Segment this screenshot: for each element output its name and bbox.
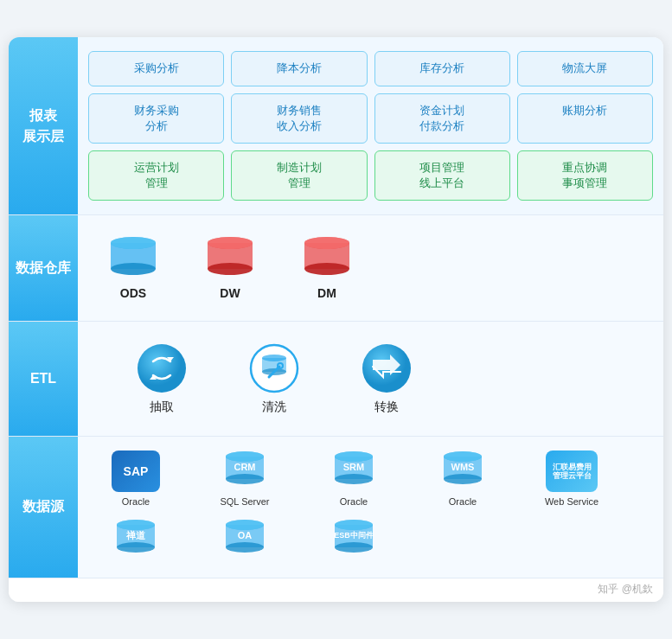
svg-point-35	[444, 451, 482, 462]
report-card-zhongdian: 重点协调事项管理	[517, 150, 653, 201]
dw-dm: DM	[299, 236, 355, 300]
svg-text:CRM: CRM	[234, 462, 255, 472]
svg-point-40	[117, 520, 155, 530]
ods-label: ODS	[120, 286, 146, 300]
report-grid: 采购分析 降本分析 库存分析 物流大屏 财务采购分析 财务销售收入分析 资金计划…	[88, 51, 653, 201]
ds-row1: SAP Oracle CRM SQL Server	[88, 450, 653, 508]
dw-ods: ODS	[106, 236, 161, 300]
etl-items: 抽取	[88, 335, 653, 422]
svg-text:禅道: 禅道	[125, 530, 146, 540]
ds-srm: SRM Oracle	[306, 450, 401, 508]
dw-dw: DW	[202, 236, 258, 300]
ds-layer-label: 数据源	[9, 437, 78, 577]
ds-row2: 禅道 OA	[88, 519, 653, 564]
report-card-xiangmu: 项目管理线上平台	[374, 150, 510, 201]
extract-label: 抽取	[150, 399, 174, 415]
svg-point-30	[335, 451, 373, 462]
ds-oracle-sap: SAP Oracle	[88, 450, 183, 508]
svg-point-10	[304, 263, 349, 275]
ds-oa: OA	[197, 519, 292, 564]
svg-point-2	[111, 263, 156, 275]
crm-cylinder-icon: CRM	[221, 450, 269, 492]
svg-text:OA: OA	[238, 530, 253, 540]
svg-text:SRM: SRM	[343, 462, 364, 472]
svg-text:WMS: WMS	[451, 462, 475, 472]
webservice-icon: 汇联易费用管理云平台	[546, 450, 598, 492]
report-card-cwxs: 财务销售收入分析	[231, 93, 367, 144]
dw-items: ODS DW	[88, 229, 653, 307]
etl-layer-label: ETL	[9, 322, 78, 436]
svg-point-11	[304, 237, 349, 249]
ds-layer-content: SAP Oracle CRM SQL Server	[78, 437, 663, 577]
report-card-yunying: 运营计划管理	[88, 150, 224, 201]
oa-cylinder-icon: OA	[221, 519, 269, 560]
svg-point-49	[335, 542, 373, 553]
esb-cylinder-icon: ESB中间件	[330, 519, 378, 560]
dw-layer-content: ODS DW	[78, 215, 663, 321]
etl-layer: ETL	[9, 322, 663, 437]
extract-icon	[136, 342, 188, 394]
ds-wms-name: Oracle	[449, 495, 477, 508]
sap-icon: SAP	[112, 450, 160, 492]
srm-cylinder-icon: SRM	[330, 450, 378, 492]
dm-cylinder-icon	[299, 236, 355, 281]
report-card-cwcg: 财务采购分析	[88, 93, 224, 144]
svg-point-50	[335, 520, 373, 530]
svg-point-25	[226, 451, 264, 462]
report-card-zhizao: 制造计划管理	[231, 150, 367, 201]
watermark: 知乎 @机欽	[9, 578, 663, 602]
svg-point-7	[208, 237, 253, 249]
etl-transform: 转换	[330, 342, 443, 415]
dw-layer: 数据仓库 ODS	[9, 215, 663, 322]
wms-cylinder-icon: WMS	[438, 450, 487, 492]
chandao-cylinder-icon: 禅道	[112, 519, 160, 560]
transform-label: 转换	[374, 399, 399, 415]
transform-icon	[361, 342, 413, 394]
ds-chandao: 禅道	[88, 519, 183, 564]
svg-point-44	[226, 542, 264, 553]
ds-oracle-sap-name: Oracle	[122, 495, 150, 508]
clean-label: 清洗	[262, 399, 286, 415]
clean-icon	[248, 342, 300, 394]
architecture-diagram: 报表展示层 采购分析 降本分析 库存分析 物流大屏 财务采购分析 财务销售收入分…	[9, 37, 663, 601]
ds-srm-name: Oracle	[340, 495, 368, 508]
dw-layer-label: 数据仓库	[9, 215, 78, 321]
report-card-kucun: 库存分析	[374, 51, 510, 86]
report-card-zhangqi: 账期分析	[517, 93, 653, 144]
ods-cylinder-icon	[106, 236, 161, 281]
svg-point-3	[111, 237, 156, 249]
svg-text:ESB中间件: ESB中间件	[334, 531, 374, 540]
report-layer: 报表展示层 采购分析 降本分析 库存分析 物流大屏 财务采购分析 财务销售收入分…	[9, 37, 663, 215]
ds-layer: 数据源 SAP Oracle CR	[9, 437, 663, 578]
ds-esb: ESB中间件	[306, 519, 401, 564]
svg-point-39	[117, 542, 155, 553]
dm-label: DM	[317, 286, 336, 300]
ds-webservice: 汇联易费用管理云平台 Web Service	[524, 450, 619, 508]
dw-cylinder-icon	[202, 236, 258, 281]
ds-crm-name: SQL Server	[220, 495, 269, 508]
report-card-jiangben: 降本分析	[231, 51, 367, 86]
report-layer-label: 报表展示层	[9, 37, 78, 214]
etl-extract: 抽取	[106, 342, 218, 415]
svg-point-29	[335, 474, 373, 484]
ds-wms: WMS Oracle	[415, 450, 510, 508]
report-card-wuliu: 物流大屏	[517, 51, 653, 86]
report-card-zjjh: 资金计划付款分析	[374, 93, 510, 144]
report-layer-content: 采购分析 降本分析 库存分析 物流大屏 财务采购分析 财务销售收入分析 资金计划…	[78, 37, 663, 214]
ds-crm: CRM SQL Server	[197, 450, 292, 508]
dw-label: DW	[220, 286, 240, 300]
svg-point-12	[138, 344, 186, 393]
svg-point-34	[444, 474, 482, 484]
svg-point-6	[208, 263, 253, 275]
report-card-caigou: 采购分析	[88, 51, 224, 86]
etl-clean: 清洗	[218, 342, 330, 415]
etl-layer-content: 抽取	[78, 322, 663, 436]
svg-point-45	[226, 520, 264, 530]
ds-webservice-name: Web Service	[545, 495, 598, 508]
svg-point-24	[226, 474, 264, 484]
